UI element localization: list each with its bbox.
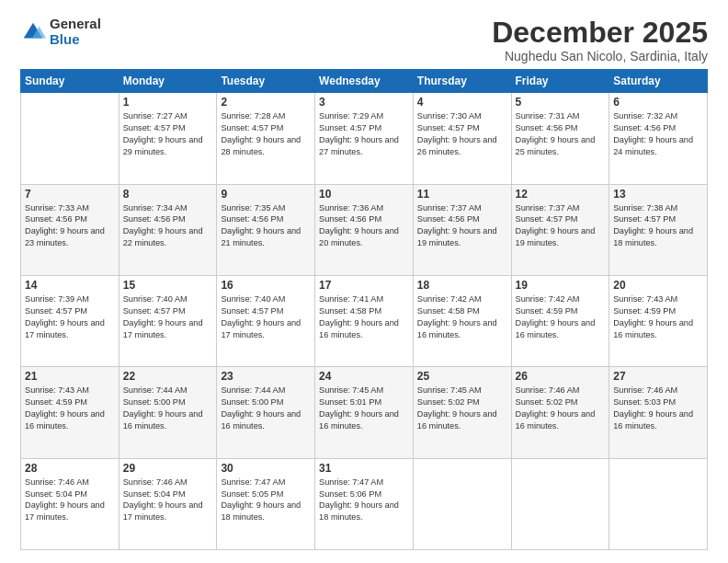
cell-info: Sunrise: 7:42 AMSunset: 4:58 PMDaylight:… (417, 293, 507, 341)
day-number: 20 (613, 279, 703, 292)
week-row-3: 21Sunrise: 7:43 AMSunset: 4:59 PMDayligh… (21, 367, 708, 458)
cell-info: Sunrise: 7:31 AMSunset: 4:56 PMDaylight:… (516, 110, 606, 158)
cell-info: Sunrise: 7:37 AMSunset: 4:57 PMDaylight:… (516, 202, 606, 250)
cell-info: Sunrise: 7:41 AMSunset: 4:58 PMDaylight:… (319, 293, 409, 341)
day-number: 30 (221, 462, 311, 475)
cell-info: Sunrise: 7:43 AMSunset: 4:59 PMDaylight:… (25, 385, 115, 432)
calendar-cell: 30Sunrise: 7:47 AMSunset: 5:05 PMDayligh… (217, 458, 315, 549)
day-number: 28 (25, 462, 115, 475)
subtitle: Nughedu San Nicolo, Sardinia, Italy (492, 49, 708, 63)
calendar-cell: 2Sunrise: 7:28 AMSunset: 4:57 PMDaylight… (217, 93, 315, 184)
week-row-1: 7Sunrise: 7:33 AMSunset: 4:56 PMDaylight… (21, 184, 708, 275)
logo-general: General (50, 17, 101, 32)
day-number: 23 (221, 370, 311, 383)
calendar-cell: 21Sunrise: 7:43 AMSunset: 4:59 PMDayligh… (21, 367, 119, 458)
calendar-cell: 16Sunrise: 7:40 AMSunset: 4:57 PMDayligh… (217, 275, 315, 366)
col-header-sunday: Sunday (21, 70, 119, 93)
cell-info: Sunrise: 7:47 AMSunset: 5:05 PMDaylight:… (221, 477, 311, 524)
cell-info: Sunrise: 7:29 AMSunset: 4:57 PMDaylight:… (319, 110, 409, 158)
cell-info: Sunrise: 7:40 AMSunset: 4:57 PMDaylight:… (123, 293, 213, 341)
calendar-cell: 7Sunrise: 7:33 AMSunset: 4:56 PMDaylight… (21, 184, 119, 275)
day-number: 19 (516, 279, 606, 292)
main-title: December 2025 (492, 17, 708, 49)
calendar-cell: 27Sunrise: 7:46 AMSunset: 5:03 PMDayligh… (609, 367, 708, 458)
day-number: 9 (221, 188, 311, 201)
col-header-saturday: Saturday (609, 70, 708, 93)
calendar-cell (413, 458, 511, 549)
cell-info: Sunrise: 7:47 AMSunset: 5:06 PMDaylight:… (319, 477, 409, 524)
col-header-friday: Friday (511, 70, 609, 93)
calendar-cell: 5Sunrise: 7:31 AMSunset: 4:56 PMDaylight… (511, 93, 609, 184)
day-number: 2 (221, 96, 311, 109)
cell-info: Sunrise: 7:43 AMSunset: 4:59 PMDaylight:… (613, 293, 703, 341)
calendar-cell: 28Sunrise: 7:46 AMSunset: 5:04 PMDayligh… (21, 458, 119, 549)
logo-text: General Blue (50, 17, 101, 47)
calendar-cell: 29Sunrise: 7:46 AMSunset: 5:04 PMDayligh… (119, 458, 217, 549)
col-header-thursday: Thursday (413, 70, 511, 93)
page: General Blue December 2025 Nughedu San N… (0, 0, 728, 563)
calendar-header-row: SundayMondayTuesdayWednesdayThursdayFrid… (21, 70, 708, 93)
calendar-cell: 10Sunrise: 7:36 AMSunset: 4:56 PMDayligh… (315, 184, 414, 275)
week-row-0: 1Sunrise: 7:27 AMSunset: 4:57 PMDaylight… (21, 93, 708, 184)
week-row-4: 28Sunrise: 7:46 AMSunset: 5:04 PMDayligh… (21, 458, 708, 549)
calendar-cell: 8Sunrise: 7:34 AMSunset: 4:56 PMDaylight… (119, 184, 217, 275)
cell-info: Sunrise: 7:37 AMSunset: 4:56 PMDaylight:… (417, 202, 507, 250)
day-number: 16 (221, 279, 311, 292)
day-number: 12 (516, 188, 606, 201)
day-number: 27 (613, 370, 703, 383)
calendar-cell: 19Sunrise: 7:42 AMSunset: 4:59 PMDayligh… (511, 275, 609, 366)
calendar-cell: 13Sunrise: 7:38 AMSunset: 4:57 PMDayligh… (609, 184, 708, 275)
col-header-monday: Monday (119, 70, 217, 93)
col-header-wednesday: Wednesday (315, 70, 414, 93)
logo-icon (20, 19, 46, 45)
logo-blue: Blue (50, 32, 101, 48)
calendar-cell: 9Sunrise: 7:35 AMSunset: 4:56 PMDaylight… (217, 184, 315, 275)
day-number: 8 (123, 188, 213, 201)
day-number: 6 (613, 96, 703, 109)
day-number: 26 (516, 370, 606, 383)
day-number: 13 (613, 188, 703, 201)
day-number: 15 (123, 279, 213, 292)
cell-info: Sunrise: 7:30 AMSunset: 4:57 PMDaylight:… (417, 110, 507, 158)
day-number: 7 (25, 188, 115, 201)
week-row-2: 14Sunrise: 7:39 AMSunset: 4:57 PMDayligh… (21, 275, 708, 366)
calendar-cell: 4Sunrise: 7:30 AMSunset: 4:57 PMDaylight… (413, 93, 511, 184)
cell-info: Sunrise: 7:46 AMSunset: 5:03 PMDaylight:… (613, 385, 703, 432)
calendar-cell: 23Sunrise: 7:44 AMSunset: 5:00 PMDayligh… (217, 367, 315, 458)
day-number: 29 (123, 462, 213, 475)
header: General Blue December 2025 Nughedu San N… (20, 17, 708, 63)
calendar-cell: 24Sunrise: 7:45 AMSunset: 5:01 PMDayligh… (315, 367, 414, 458)
calendar-cell: 20Sunrise: 7:43 AMSunset: 4:59 PMDayligh… (609, 275, 708, 366)
logo: General Blue (20, 17, 101, 47)
cell-info: Sunrise: 7:32 AMSunset: 4:56 PMDaylight:… (613, 110, 703, 158)
calendar-cell: 15Sunrise: 7:40 AMSunset: 4:57 PMDayligh… (119, 275, 217, 366)
cell-info: Sunrise: 7:45 AMSunset: 5:01 PMDaylight:… (319, 385, 409, 432)
calendar-cell: 18Sunrise: 7:42 AMSunset: 4:58 PMDayligh… (413, 275, 511, 366)
cell-info: Sunrise: 7:42 AMSunset: 4:59 PMDaylight:… (516, 293, 606, 341)
day-number: 4 (417, 96, 507, 109)
calendar-cell: 1Sunrise: 7:27 AMSunset: 4:57 PMDaylight… (119, 93, 217, 184)
calendar-cell (609, 458, 708, 549)
cell-info: Sunrise: 7:38 AMSunset: 4:57 PMDaylight:… (613, 202, 703, 250)
cell-info: Sunrise: 7:27 AMSunset: 4:57 PMDaylight:… (123, 110, 213, 158)
calendar-cell: 6Sunrise: 7:32 AMSunset: 4:56 PMDaylight… (609, 93, 708, 184)
calendar-cell (21, 93, 119, 184)
col-header-tuesday: Tuesday (217, 70, 315, 93)
day-number: 18 (417, 279, 507, 292)
calendar-cell: 31Sunrise: 7:47 AMSunset: 5:06 PMDayligh… (315, 458, 414, 549)
calendar-cell (511, 458, 609, 549)
calendar-table: SundayMondayTuesdayWednesdayThursdayFrid… (20, 69, 708, 550)
calendar-cell: 14Sunrise: 7:39 AMSunset: 4:57 PMDayligh… (21, 275, 119, 366)
calendar-cell: 17Sunrise: 7:41 AMSunset: 4:58 PMDayligh… (315, 275, 414, 366)
cell-info: Sunrise: 7:46 AMSunset: 5:04 PMDaylight:… (123, 477, 213, 524)
calendar-cell: 25Sunrise: 7:45 AMSunset: 5:02 PMDayligh… (413, 367, 511, 458)
calendar-cell: 22Sunrise: 7:44 AMSunset: 5:00 PMDayligh… (119, 367, 217, 458)
day-number: 24 (319, 370, 409, 383)
cell-info: Sunrise: 7:44 AMSunset: 5:00 PMDaylight:… (123, 385, 213, 432)
cell-info: Sunrise: 7:40 AMSunset: 4:57 PMDaylight:… (221, 293, 311, 341)
cell-info: Sunrise: 7:46 AMSunset: 5:04 PMDaylight:… (25, 477, 115, 524)
cell-info: Sunrise: 7:45 AMSunset: 5:02 PMDaylight:… (417, 385, 507, 432)
cell-info: Sunrise: 7:46 AMSunset: 5:02 PMDaylight:… (516, 385, 606, 432)
day-number: 11 (417, 188, 507, 201)
cell-info: Sunrise: 7:39 AMSunset: 4:57 PMDaylight:… (25, 293, 115, 341)
